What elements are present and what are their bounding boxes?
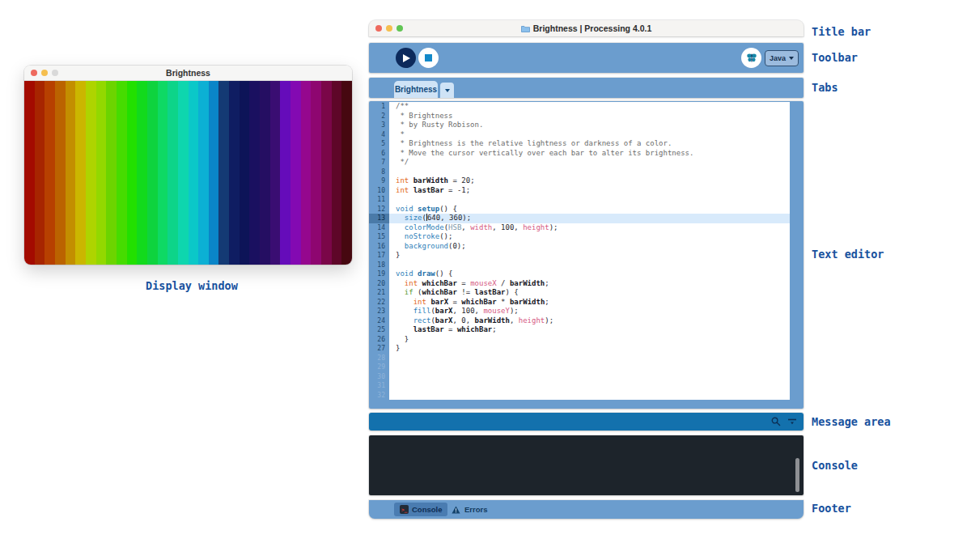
line-number: 22: [369, 298, 389, 308]
line-number: 28: [369, 354, 389, 363]
ide-message-area: [369, 413, 804, 431]
code-line: int barX = whichBar * barWidth;: [389, 298, 790, 308]
code-line: lastBar = whichBar;: [389, 325, 790, 335]
code-line: [389, 372, 790, 382]
debug-button[interactable]: [741, 48, 761, 68]
color-bar: [311, 81, 321, 265]
code-line: [389, 261, 790, 270]
line-number: 10: [369, 186, 389, 196]
code-line: * Brightness is the relative lightness o…: [389, 139, 790, 149]
line-number: 13: [369, 214, 389, 223]
ide-traffic-lights: [369, 25, 407, 32]
line-number: 26: [369, 335, 389, 345]
code-line: int whichBar = mouseX / barWidth;: [389, 279, 790, 289]
close-icon[interactable]: [31, 70, 37, 76]
color-bar: [24, 81, 35, 265]
code-line: int lastBar = -1;: [389, 186, 790, 196]
tab-menu-button[interactable]: [440, 83, 454, 98]
code-line: colorMode(HSB, width, 100, height);: [389, 223, 790, 233]
stop-button[interactable]: [418, 48, 439, 68]
color-bar: [167, 81, 178, 265]
chevron-down-icon: [445, 89, 450, 92]
ide-titlebar: Brightness | Processing 4.0.1: [369, 20, 804, 36]
code-line: void setup() {: [389, 205, 790, 214]
warning-icon: [452, 506, 460, 514]
line-number: 25: [369, 325, 389, 335]
color-bar: [240, 81, 250, 265]
color-bar: [229, 81, 240, 265]
color-bar: [189, 81, 199, 265]
line-number: 7: [369, 158, 389, 168]
console-toggle-icon[interactable]: [787, 417, 797, 426]
color-bar: [66, 81, 76, 265]
color-bar: [341, 81, 352, 265]
processing-ide-window: Brightness | Processing 4.0.1 Java Brigh…: [369, 20, 804, 519]
line-number: 3: [369, 121, 389, 130]
zoom-icon[interactable]: [396, 25, 403, 32]
color-bar: [127, 81, 138, 265]
code-line: if (whichBar != lastBar) {: [389, 288, 790, 298]
ide-window-title: Brightness | Processing 4.0.1: [369, 23, 804, 33]
line-number: 27: [369, 344, 389, 354]
code-line: [389, 363, 790, 372]
color-bar: [270, 81, 281, 265]
code-line: size(640, 360);: [389, 214, 790, 223]
editor-scrollbar[interactable]: [790, 101, 804, 409]
line-number: 9: [369, 176, 389, 186]
code-line: [389, 354, 790, 363]
color-bar: [198, 81, 209, 265]
line-number: 2: [369, 112, 389, 121]
terminal-icon: >_: [400, 505, 409, 514]
display-traffic-lights: [24, 70, 62, 76]
stop-icon: [425, 54, 432, 62]
line-number: 12: [369, 205, 389, 214]
line-number: 5: [369, 139, 389, 149]
code-line: noStroke();: [389, 232, 790, 242]
annotation-text-editor: Text editor: [812, 248, 884, 261]
line-number: 32: [369, 391, 389, 401]
color-bar: [178, 81, 189, 265]
tab-brightness[interactable]: Brightness: [394, 81, 438, 98]
display-window-titlebar: Brightness: [24, 66, 352, 81]
color-bar: [117, 81, 127, 265]
console-scrollbar-thumb[interactable]: [795, 458, 799, 492]
ide-tabbar: Brightness: [369, 78, 804, 98]
butterfly-icon: [746, 53, 757, 63]
mode-label: Java: [770, 54, 786, 62]
ide-toolbar: Java: [369, 43, 804, 73]
color-bar: [45, 81, 55, 265]
line-number: 30: [369, 372, 389, 382]
ide-console: [369, 435, 804, 495]
line-number: 14: [369, 223, 389, 233]
close-icon[interactable]: [375, 25, 382, 32]
annotation-console: Console: [812, 459, 858, 472]
folder-icon: [521, 25, 530, 32]
color-bar: [137, 81, 147, 265]
run-button[interactable]: [396, 48, 416, 68]
editor-gutter: 1234567891011121314151617181920212223242…: [369, 102, 389, 400]
line-number: 21: [369, 288, 389, 298]
ide-text-editor: 1234567891011121314151617181920212223242…: [369, 101, 804, 409]
code-line: * Brightness: [389, 112, 790, 121]
minimize-icon[interactable]: [386, 25, 392, 32]
line-number: 20: [369, 279, 389, 289]
color-bar: [290, 81, 301, 265]
mode-selector-java[interactable]: Java: [765, 50, 799, 66]
line-number: 29: [369, 363, 389, 372]
color-bar: [209, 81, 219, 265]
footer-tab-console[interactable]: >_ Console: [394, 503, 447, 516]
minimize-icon[interactable]: [41, 70, 48, 76]
code-line: * Move the cursor vertically over each b…: [389, 149, 790, 159]
code-line: */: [389, 158, 790, 168]
code-line: }: [389, 251, 790, 261]
color-bar: [75, 81, 86, 265]
code-line: [389, 381, 790, 391]
code-line: [389, 391, 790, 401]
editor-text-area[interactable]: /** * Brightness * by Rusty Robison. * *…: [389, 102, 790, 400]
color-bar: [35, 81, 45, 265]
footer-tab-errors[interactable]: Errors: [448, 503, 491, 516]
code-line: background(0);: [389, 242, 790, 252]
line-number: 1: [369, 102, 389, 112]
search-icon[interactable]: [771, 417, 781, 426]
code-line: rect(barX, 0, barWidth, height);: [389, 316, 790, 326]
